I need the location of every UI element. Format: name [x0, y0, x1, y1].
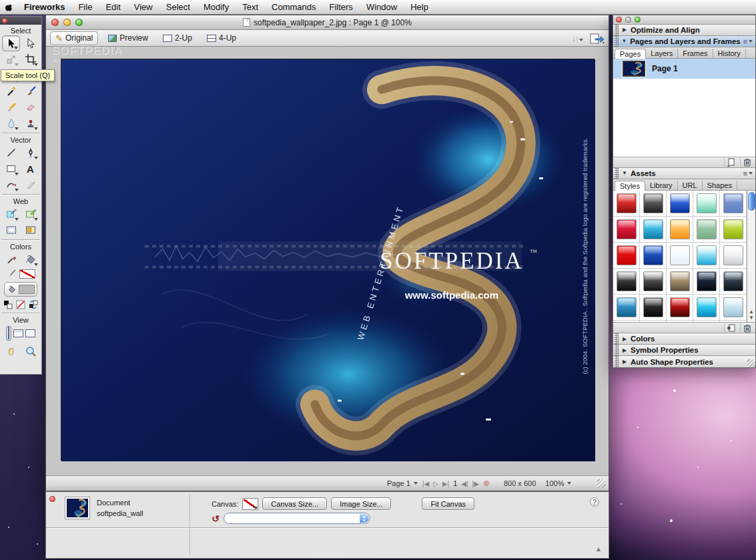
blur-tool[interactable] — [2, 115, 20, 131]
style-swatch[interactable] — [667, 243, 693, 269]
no-color-icon[interactable] — [15, 299, 26, 310]
image-swap-arrows-icon[interactable]: ↓↑ — [572, 33, 583, 43]
autoshape-properties-header[interactable]: ▶ Auto Shape Properties — [613, 356, 755, 367]
stroke-color-swatch[interactable] — [19, 269, 35, 279]
panel-menu-icon[interactable]: ≡ — [743, 37, 753, 45]
knife-tool[interactable] — [21, 177, 39, 193]
panel-grip[interactable] — [615, 25, 619, 35]
menu-item[interactable]: Window — [360, 2, 404, 12]
scroll-up-arrow[interactable]: ▲ — [749, 309, 754, 315]
paint-bucket-tool[interactable] — [21, 251, 39, 267]
window-close-button[interactable] — [51, 19, 59, 26]
dock-close-button[interactable] — [616, 17, 622, 23]
menu-item[interactable]: Text — [236, 2, 265, 12]
style-swatch[interactable] — [613, 243, 640, 269]
pointer-tool[interactable] — [2, 35, 20, 51]
style-swatch[interactable] — [720, 191, 747, 217]
previous-frame-button[interactable]: ◀| — [461, 480, 468, 487]
page-select-dropdown[interactable]: Page 1 — [382, 479, 422, 487]
canvas-artboard[interactable]: SOFTPEDIA ™ www.softpedia.com WEB ENTERT… — [61, 59, 595, 461]
style-swatch[interactable] — [720, 217, 747, 243]
panel-grip[interactable] — [615, 356, 619, 367]
fullscreen-menus-mode-button[interactable] — [13, 329, 23, 337]
panel-menu-icon[interactable]: ≡ — [743, 169, 753, 177]
tab-shapes[interactable]: Shapes — [703, 181, 737, 190]
dock-zoom-button[interactable] — [635, 17, 641, 23]
show-slices-button[interactable] — [21, 222, 39, 238]
tab-url[interactable]: URL — [678, 181, 703, 190]
assets-panel-header[interactable]: ▼ Assets ≡ — [613, 168, 755, 179]
tab-preview[interactable]: Preview — [103, 32, 153, 44]
frame-delay-combobox[interactable]: ▲▼ — [224, 513, 370, 524]
scale-tool[interactable] — [2, 51, 20, 67]
fullscreen-mode-button[interactable] — [25, 329, 35, 337]
menu-item[interactable]: Help — [404, 2, 435, 12]
style-swatch[interactable] — [640, 217, 667, 243]
text-tool[interactable]: A — [21, 161, 39, 177]
style-swatch[interactable] — [693, 269, 720, 295]
default-colors-icon[interactable] — [3, 299, 13, 310]
stop-button[interactable]: ⊗ — [483, 479, 490, 488]
style-swatch[interactable] — [613, 217, 640, 243]
tab-styles[interactable]: Styles — [615, 181, 645, 191]
tab-4up[interactable]: 4-Up — [202, 32, 241, 44]
hand-tool[interactable] — [2, 343, 20, 359]
play-button[interactable]: ▷ — [433, 480, 438, 487]
style-swatch[interactable] — [640, 191, 667, 217]
style-swatch[interactable] — [693, 191, 720, 217]
window-resize-grip[interactable] — [597, 479, 606, 488]
loop-playback-icon[interactable]: ↺ — [212, 513, 220, 524]
apple-menu[interactable] — [0, 2, 17, 13]
styles-scrollbar[interactable]: ▲▼ — [747, 191, 755, 323]
next-frame-button[interactable]: |▶ — [472, 480, 479, 487]
style-swatch[interactable] — [667, 217, 693, 243]
window-zoom-button[interactable] — [75, 19, 83, 26]
rubber-stamp-tool[interactable] — [21, 115, 39, 131]
help-button[interactable]: ? — [590, 497, 599, 507]
panel-grip[interactable] — [615, 333, 619, 344]
panel-grip[interactable] — [615, 345, 619, 355]
eyedropper-tool[interactable] — [2, 251, 20, 267]
menu-app-name[interactable]: Fireworks — [17, 2, 71, 12]
freeform-tool[interactable] — [2, 177, 20, 193]
slice-tool[interactable] — [21, 206, 39, 222]
tools-close-button[interactable] — [2, 18, 7, 23]
style-swatch[interactable] — [667, 295, 693, 321]
last-frame-button[interactable]: ▶| — [442, 480, 449, 487]
style-swatch[interactable] — [640, 243, 667, 269]
tab-history[interactable]: History — [713, 49, 746, 58]
delete-page-button[interactable] — [740, 158, 753, 167]
style-swatch[interactable] — [693, 295, 720, 321]
fill-color-swatch[interactable] — [19, 285, 35, 294]
crop-tool[interactable] — [21, 51, 39, 67]
fit-canvas-button[interactable]: Fit Canvas — [422, 497, 474, 510]
style-swatch[interactable] — [613, 295, 640, 321]
dock-resize-grip[interactable] — [747, 359, 755, 367]
eraser-tool[interactable] — [21, 99, 39, 115]
tab-original[interactable]: ✎ Original — [50, 31, 98, 45]
style-swatch[interactable] — [720, 243, 747, 269]
symbol-properties-header[interactable]: ▶ Symbol Properties — [613, 345, 755, 356]
tab-library[interactable]: Library — [645, 181, 678, 190]
menu-item[interactable]: Edit — [99, 2, 127, 12]
dock-titlebar[interactable] — [613, 15, 755, 25]
swap-colors-icon[interactable] — [28, 299, 39, 310]
style-swatch[interactable] — [693, 217, 720, 243]
style-swatch[interactable] — [720, 295, 747, 321]
menu-item[interactable]: Commands — [265, 2, 322, 12]
style-swatch[interactable] — [720, 269, 747, 295]
tab-pages[interactable]: Pages — [615, 49, 646, 59]
zoom-tool[interactable] — [21, 343, 39, 359]
new-style-button[interactable] — [724, 323, 737, 332]
line-tool[interactable] — [2, 145, 20, 161]
menu-item[interactable]: Select — [159, 2, 197, 12]
properties-collapse-arrow[interactable]: ▲ — [595, 545, 602, 553]
pages-panel-header[interactable]: ▼ Pages and Layers and Frames... ≡ — [613, 36, 755, 47]
optimize-panel-header[interactable]: ▶ Optimize and Align — [613, 25, 755, 36]
rectangle-tool[interactable] — [2, 161, 20, 177]
panel-grip[interactable] — [615, 36, 619, 47]
zoom-dropdown[interactable]: 100% — [540, 479, 576, 487]
tab-layers[interactable]: Layers — [646, 49, 678, 58]
dock-minimize-button[interactable] — [625, 17, 631, 23]
menu-item[interactable]: Filters — [322, 2, 359, 12]
